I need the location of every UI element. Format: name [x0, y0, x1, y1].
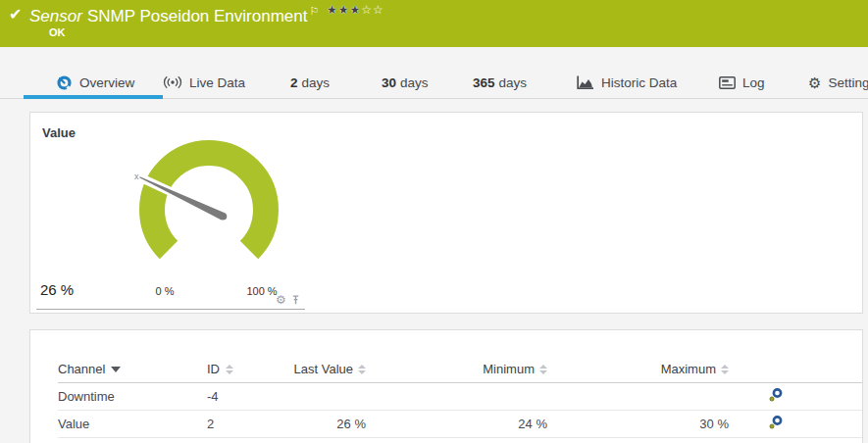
priority-star-rating[interactable]: ★★★☆☆ — [327, 3, 384, 17]
channel-edit-cell — [729, 387, 862, 406]
gear-icon: ⚙ — [808, 75, 821, 90]
tab-label: Historic Data — [601, 75, 677, 90]
column-label: ID — [207, 362, 220, 376]
tab-label: days — [400, 75, 429, 90]
sort-toggle-icon — [226, 365, 233, 374]
column-header-last-value[interactable]: Last Value — [293, 362, 366, 376]
table-row-downtime[interactable]: Downtime -4 — [58, 383, 862, 411]
column-header-id[interactable]: ID — [207, 362, 293, 376]
edit-channel-gears-icon[interactable] — [768, 387, 784, 403]
edit-channel-gears-icon[interactable] — [768, 415, 784, 430]
star-empty-icons[interactable]: ☆☆ — [361, 3, 384, 17]
gauge-chart — [30, 113, 364, 315]
tab-30-days[interactable]: 30 days — [382, 73, 429, 92]
column-header-maximum[interactable]: Maximum — [547, 362, 729, 376]
table-header-row: Channel ID Last Value Minimum Maximum — [58, 356, 862, 383]
tab-log[interactable]: Log — [719, 73, 765, 92]
gauge-settings-gear-icon[interactable]: ⚙ — [276, 294, 286, 306]
tab-historic-data[interactable]: Historic Data — [577, 73, 677, 92]
gauge-panel: Value x 0 % 100 % 26 % ⚙ — [29, 112, 863, 314]
gauge-divider — [36, 309, 305, 310]
sort-toggle-icon — [539, 365, 547, 374]
sensor-name: SNMP Poseidon Environment — [87, 7, 308, 25]
maximum-cell: 30 % — [547, 417, 729, 431]
column-label: Maximum — [661, 362, 716, 376]
gauge-min-label: 0 % — [150, 285, 179, 297]
status-badge: OK — [49, 26, 66, 38]
channel-edit-cell — [729, 415, 862, 433]
column-label: Last Value — [294, 362, 353, 376]
channel-name-cell: Value — [58, 417, 207, 431]
last-value-cell: 26 % — [293, 417, 366, 431]
channel-name-cell: Downtime — [58, 389, 207, 404]
tab-label: Log — [742, 75, 765, 90]
column-header-minimum[interactable]: Minimum — [366, 362, 547, 376]
gauge-needle-hub — [220, 213, 228, 221]
column-header-channel[interactable]: Channel — [58, 362, 207, 376]
sort-toggle-icon — [721, 365, 729, 374]
gauge-toolbar: ⚙ — [276, 294, 301, 306]
area-chart-icon — [577, 75, 594, 90]
tab-label: days — [302, 75, 331, 90]
sensor-type-label: Sensor — [29, 7, 82, 25]
pin-icon[interactable] — [290, 295, 301, 306]
tab-number: 30 — [382, 75, 396, 90]
priority-flag-icon[interactable]: ⚐ — [309, 5, 319, 17]
status-check-icon: ✔ — [9, 5, 22, 24]
gauge-arc — [152, 153, 266, 250]
gauge-current-value: 26 % — [40, 281, 74, 298]
gauge-icon — [56, 74, 73, 91]
sort-desc-icon — [111, 367, 121, 372]
tab-2-days[interactable]: 2 days — [290, 73, 330, 92]
tab-label: days — [499, 75, 528, 90]
tab-live-data[interactable]: Live Data — [163, 73, 245, 92]
channels-panel: Channel ID Last Value Minimum Maximum — [29, 329, 863, 443]
tab-number: 2 — [290, 75, 298, 90]
tab-label: Live Data — [189, 75, 245, 90]
active-tab-indicator — [24, 95, 163, 99]
tab-bar: Overview Live Data 2 days 30 days 365 da… — [0, 47, 868, 99]
tab-365-days[interactable]: 365 days — [473, 73, 527, 92]
table-row-value[interactable]: Value 2 26 % 24 % 30 % — [58, 411, 862, 438]
star-filled-icons[interactable]: ★★★ — [327, 3, 361, 17]
channel-id-cell: 2 — [207, 417, 293, 431]
log-icon — [719, 76, 736, 89]
page-title: SensorSNMP Poseidon Environment⚐ — [29, 5, 319, 26]
channels-table: Channel ID Last Value Minimum Maximum — [30, 330, 862, 438]
sensor-header: ✔ SensorSNMP Poseidon Environment⚐ ★★★☆☆… — [0, 0, 868, 47]
channel-id-cell: -4 — [207, 389, 293, 404]
sort-toggle-icon — [358, 365, 366, 374]
gauge-needle-marker: x — [134, 172, 139, 181]
tab-number: 365 — [473, 75, 495, 90]
live-data-icon — [163, 75, 182, 89]
tab-label: Overview — [79, 75, 134, 90]
tab-label: Settings — [828, 75, 868, 90]
tab-settings[interactable]: ⚙ Settings — [808, 73, 868, 92]
minimum-cell: 24 % — [366, 417, 547, 431]
column-label: Minimum — [483, 362, 535, 376]
column-label: Channel — [58, 362, 105, 376]
tab-overview[interactable]: Overview — [56, 73, 134, 92]
